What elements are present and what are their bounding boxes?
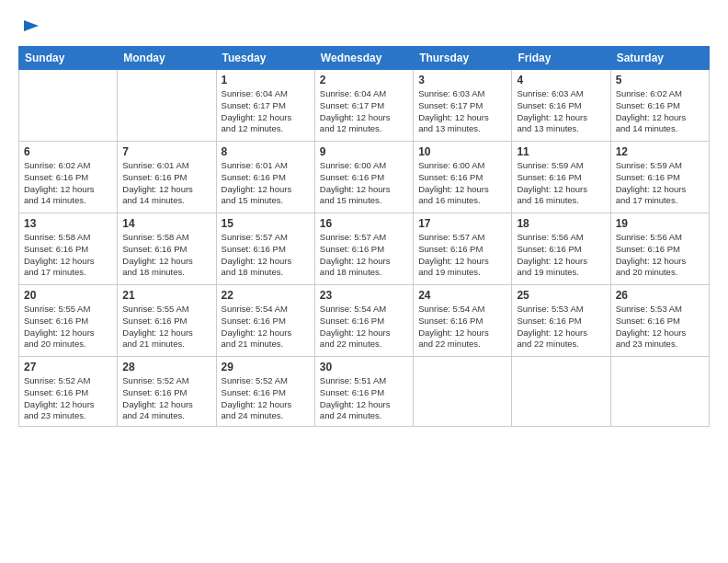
day-info: Sunrise: 5:57 AM Sunset: 6:16 PM Dayligh… [320,232,408,279]
calendar-cell: 15Sunrise: 5:57 AM Sunset: 6:16 PM Dayli… [216,213,314,285]
svg-marker-0 [24,20,39,31]
calendar-cell [19,70,118,142]
col-header-sunday: Sunday [19,47,118,70]
calendar-cell: 1Sunrise: 6:04 AM Sunset: 6:17 PM Daylig… [216,70,314,142]
day-info: Sunrise: 5:54 AM Sunset: 6:16 PM Dayligh… [222,304,310,350]
calendar-cell [610,357,709,427]
day-info: Sunrise: 5:59 AM Sunset: 6:16 PM Dayligh… [616,160,704,207]
calendar-cell: 17Sunrise: 5:57 AM Sunset: 6:16 PM Dayli… [414,213,512,285]
day-info: Sunrise: 6:02 AM Sunset: 6:16 PM Dayligh… [616,88,704,135]
day-number: 30 [320,361,408,373]
day-number: 15 [222,217,310,230]
calendar-cell: 22Sunrise: 5:54 AM Sunset: 6:16 PM Dayli… [216,285,314,357]
day-number: 6 [24,145,112,158]
day-info: Sunrise: 6:03 AM Sunset: 6:17 PM Dayligh… [418,88,506,135]
day-info: Sunrise: 6:00 AM Sunset: 6:16 PM Dayligh… [320,160,408,207]
day-number: 26 [616,289,704,302]
day-info: Sunrise: 5:55 AM Sunset: 6:16 PM Dayligh… [122,304,210,350]
calendar-cell: 4Sunrise: 6:03 AM Sunset: 6:16 PM Daylig… [512,70,610,142]
day-info: Sunrise: 5:55 AM Sunset: 6:16 PM Dayligh… [24,304,112,350]
day-number: 3 [418,74,506,86]
calendar-cell: 25Sunrise: 5:53 AM Sunset: 6:16 PM Dayli… [512,285,610,357]
day-info: Sunrise: 6:01 AM Sunset: 6:16 PM Dayligh… [222,160,310,207]
day-number: 28 [122,361,210,373]
day-info: Sunrise: 5:54 AM Sunset: 6:16 PM Dayligh… [320,304,408,350]
calendar-cell: 13Sunrise: 5:58 AM Sunset: 6:16 PM Dayli… [19,213,118,285]
day-number: 10 [418,145,506,158]
calendar-week-row: 6Sunrise: 6:02 AM Sunset: 6:16 PM Daylig… [19,142,710,213]
logo-flag-icon [20,17,42,39]
calendar-week-row: 13Sunrise: 5:58 AM Sunset: 6:16 PM Dayli… [19,213,710,285]
day-info: Sunrise: 5:53 AM Sunset: 6:16 PM Dayligh… [616,304,704,350]
calendar-cell: 24Sunrise: 5:54 AM Sunset: 6:16 PM Dayli… [414,285,512,357]
day-info: Sunrise: 6:04 AM Sunset: 6:17 PM Dayligh… [320,88,408,135]
col-header-friday: Friday [512,47,610,70]
day-number: 11 [517,145,605,158]
day-info: Sunrise: 5:59 AM Sunset: 6:16 PM Dayligh… [517,160,605,207]
day-info: Sunrise: 6:03 AM Sunset: 6:16 PM Dayligh… [517,88,605,135]
day-number: 7 [122,145,210,158]
day-number: 23 [320,289,408,302]
day-info: Sunrise: 5:53 AM Sunset: 6:16 PM Dayligh… [517,304,605,350]
calendar-cell: 9Sunrise: 6:00 AM Sunset: 6:16 PM Daylig… [314,142,413,213]
day-info: Sunrise: 6:04 AM Sunset: 6:17 PM Dayligh… [222,88,310,135]
calendar-cell [118,70,216,142]
day-info: Sunrise: 5:56 AM Sunset: 6:16 PM Dayligh… [616,232,704,279]
logo [18,17,42,37]
col-header-monday: Monday [118,47,216,70]
day-number: 22 [222,289,310,302]
day-number: 9 [320,145,408,158]
day-info: Sunrise: 5:58 AM Sunset: 6:16 PM Dayligh… [24,232,112,279]
day-number: 19 [616,217,704,230]
calendar-week-row: 20Sunrise: 5:55 AM Sunset: 6:16 PM Dayli… [19,285,710,357]
day-number: 1 [222,74,310,86]
day-number: 18 [517,217,605,230]
calendar-cell: 16Sunrise: 5:57 AM Sunset: 6:16 PM Dayli… [314,213,413,285]
day-number: 24 [418,289,506,302]
day-number: 5 [616,74,704,86]
col-header-saturday: Saturday [610,47,709,70]
calendar-cell: 10Sunrise: 6:00 AM Sunset: 6:16 PM Dayli… [414,142,512,213]
calendar-cell: 20Sunrise: 5:55 AM Sunset: 6:16 PM Dayli… [19,285,118,357]
day-number: 13 [24,217,112,230]
day-number: 4 [517,74,605,86]
calendar-cell: 19Sunrise: 5:56 AM Sunset: 6:16 PM Dayli… [610,213,709,285]
calendar-cell: 21Sunrise: 5:55 AM Sunset: 6:16 PM Dayli… [118,285,216,357]
day-info: Sunrise: 6:02 AM Sunset: 6:16 PM Dayligh… [24,160,112,207]
calendar-cell: 26Sunrise: 5:53 AM Sunset: 6:16 PM Dayli… [610,285,709,357]
calendar-cell: 30Sunrise: 5:51 AM Sunset: 6:16 PM Dayli… [314,357,413,427]
day-number: 8 [222,145,310,158]
day-info: Sunrise: 5:54 AM Sunset: 6:16 PM Dayligh… [418,304,506,350]
calendar-page: SundayMondayTuesdayWednesdayThursdayFrid… [0,0,728,563]
calendar-cell: 14Sunrise: 5:58 AM Sunset: 6:16 PM Dayli… [118,213,216,285]
calendar-cell: 27Sunrise: 5:52 AM Sunset: 6:16 PM Dayli… [19,357,118,427]
day-info: Sunrise: 5:52 AM Sunset: 6:16 PM Dayligh… [222,375,310,422]
day-info: Sunrise: 5:57 AM Sunset: 6:16 PM Dayligh… [418,232,506,279]
day-number: 16 [320,217,408,230]
calendar-week-row: 1Sunrise: 6:04 AM Sunset: 6:17 PM Daylig… [19,70,710,142]
day-number: 14 [122,217,210,230]
day-info: Sunrise: 6:01 AM Sunset: 6:16 PM Dayligh… [122,160,210,207]
day-number: 12 [616,145,704,158]
day-info: Sunrise: 5:52 AM Sunset: 6:16 PM Dayligh… [24,375,112,422]
day-info: Sunrise: 6:00 AM Sunset: 6:16 PM Dayligh… [418,160,506,207]
calendar-cell: 18Sunrise: 5:56 AM Sunset: 6:16 PM Dayli… [512,213,610,285]
calendar-cell: 6Sunrise: 6:02 AM Sunset: 6:16 PM Daylig… [19,142,118,213]
calendar-cell [414,357,512,427]
col-header-wednesday: Wednesday [314,47,413,70]
calendar-cell [512,357,610,427]
calendar-cell: 3Sunrise: 6:03 AM Sunset: 6:17 PM Daylig… [414,70,512,142]
calendar-cell: 23Sunrise: 5:54 AM Sunset: 6:16 PM Dayli… [314,285,413,357]
calendar-header-row: SundayMondayTuesdayWednesdayThursdayFrid… [19,47,710,70]
calendar-cell: 11Sunrise: 5:59 AM Sunset: 6:16 PM Dayli… [512,142,610,213]
day-number: 2 [320,74,408,86]
day-number: 21 [122,289,210,302]
calendar-cell: 2Sunrise: 6:04 AM Sunset: 6:17 PM Daylig… [314,70,413,142]
calendar-cell: 28Sunrise: 5:52 AM Sunset: 6:16 PM Dayli… [118,357,216,427]
header [18,17,710,37]
calendar-cell: 7Sunrise: 6:01 AM Sunset: 6:16 PM Daylig… [118,142,216,213]
day-info: Sunrise: 5:58 AM Sunset: 6:16 PM Dayligh… [122,232,210,279]
day-number: 25 [517,289,605,302]
day-number: 29 [222,361,310,373]
col-header-tuesday: Tuesday [216,47,314,70]
